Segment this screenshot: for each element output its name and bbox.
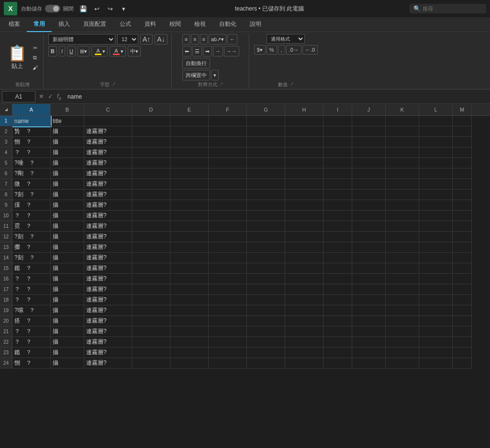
cell-1-D[interactable]	[132, 116, 170, 126]
cell-21-G[interactable]	[247, 326, 285, 337]
cell-7-A[interactable]: 微 ？	[12, 179, 51, 190]
formula-input[interactable]	[65, 92, 488, 101]
col-header-b[interactable]: B	[51, 104, 84, 115]
row-header-21[interactable]: 21	[0, 326, 12, 337]
row-header-2[interactable]: 2	[0, 126, 12, 137]
border-button[interactable]: ⊞▾	[78, 46, 89, 56]
cell-7-G[interactable]	[247, 179, 285, 190]
cell-11-G[interactable]	[247, 221, 285, 232]
cell-6-J[interactable]	[352, 168, 386, 179]
percent-button[interactable]: %	[267, 45, 277, 55]
cell-8-L[interactable]	[419, 190, 453, 200]
cell-18-B[interactable]: 攝	[51, 295, 84, 305]
cell-16-H[interactable]	[285, 274, 323, 284]
col-header-d[interactable]: D	[132, 104, 170, 115]
cell-14-L[interactable]	[419, 253, 453, 263]
cell-12-K[interactable]	[386, 232, 419, 242]
cell-14-J[interactable]	[352, 253, 386, 263]
cell-5-L[interactable]	[419, 158, 453, 168]
cell-9-G[interactable]	[247, 200, 285, 211]
cell-4-G[interactable]	[247, 147, 285, 158]
cell-20-J[interactable]	[352, 316, 386, 326]
cell-14-F[interactable]	[209, 253, 247, 263]
tab-file[interactable]: 檔案	[2, 17, 27, 32]
cell-19-D[interactable]	[132, 305, 170, 316]
cell-4-D[interactable]	[132, 147, 170, 158]
cell-13-A[interactable]: 擲 ？	[12, 242, 51, 253]
cell-11-B[interactable]: 攝	[51, 221, 84, 232]
row-header-7[interactable]: 7	[0, 179, 12, 190]
cell-3-E[interactable]	[170, 137, 209, 147]
cell-11-K[interactable]	[386, 221, 419, 232]
cell-18-J[interactable]	[352, 295, 386, 305]
cell-9-E[interactable]	[170, 200, 209, 211]
cell-12-H[interactable]	[285, 232, 323, 242]
cell-2-K[interactable]	[386, 126, 419, 137]
cell-15-L[interactable]	[419, 263, 453, 274]
cell-7-I[interactable]	[323, 179, 352, 190]
cell-23-A[interactable]: 鑑 ？	[12, 347, 51, 358]
underline-button[interactable]: U	[67, 46, 76, 56]
cell-22-L[interactable]	[419, 337, 453, 347]
cell-7-J[interactable]	[352, 179, 386, 190]
cell-24-J[interactable]	[352, 358, 386, 369]
cell-16-D[interactable]	[132, 274, 170, 284]
cell-9-L[interactable]	[419, 200, 453, 211]
cell-11-C[interactable]: 連霧層?	[84, 221, 132, 232]
cell-6-B[interactable]: 攝	[51, 168, 84, 179]
cell-2-L[interactable]	[419, 126, 453, 137]
cell-18-I[interactable]	[323, 295, 352, 305]
cell-1-I[interactable]	[323, 116, 352, 126]
row-header-1[interactable]: 1	[0, 116, 12, 126]
cell-3-M[interactable]	[453, 137, 472, 147]
cell-12-C[interactable]: 連霧層?	[84, 232, 132, 242]
cell-11-J[interactable]	[352, 221, 386, 232]
cell-22-K[interactable]	[386, 337, 419, 347]
cell-22-M[interactable]	[453, 337, 472, 347]
cell-21-B[interactable]: 攝	[51, 326, 84, 337]
cell-12-M[interactable]	[453, 232, 472, 242]
row-header-22[interactable]: 22	[0, 337, 12, 347]
cell-14-B[interactable]: 攝	[51, 253, 84, 263]
font-grow-button[interactable]: A↑	[140, 34, 153, 45]
cell-20-M[interactable]	[453, 316, 472, 326]
cell-10-K[interactable]	[386, 211, 419, 221]
cell-5-J[interactable]	[352, 158, 386, 168]
cell-4-C[interactable]: 連霧層?	[84, 147, 132, 158]
cell-9-F[interactable]	[209, 200, 247, 211]
cell-8-F[interactable]	[209, 190, 247, 200]
cell-17-F[interactable]	[209, 284, 247, 295]
align-top-center-button[interactable]: ≡	[191, 34, 199, 45]
tab-data[interactable]: 資料	[138, 17, 163, 32]
cell-23-G[interactable]	[247, 347, 285, 358]
cell-24-L[interactable]	[419, 358, 453, 369]
col-header-i[interactable]: I	[323, 104, 352, 115]
cell-15-J[interactable]	[352, 263, 386, 274]
row-header-24[interactable]: 24	[0, 358, 12, 369]
cell-2-J[interactable]	[352, 126, 386, 137]
cell-1-B[interactable]: title	[51, 116, 84, 126]
cell-2-F[interactable]	[209, 126, 247, 137]
col-header-a[interactable]: A	[12, 104, 51, 115]
save-icon[interactable]: 💾	[78, 3, 89, 14]
cell-22-C[interactable]: 連霧層?	[84, 337, 132, 347]
cell-2-A[interactable]: 贄 ？	[12, 126, 51, 137]
cell-24-A[interactable]: 惻 ？	[12, 358, 51, 369]
cell-23-F[interactable]	[209, 347, 247, 358]
row-header-19[interactable]: 19	[0, 305, 12, 316]
cell-5-C[interactable]: 連霧層?	[84, 158, 132, 168]
cell-19-I[interactable]	[323, 305, 352, 316]
cell-12-J[interactable]	[352, 232, 386, 242]
cell-3-F[interactable]	[209, 137, 247, 147]
cell-19-G[interactable]	[247, 305, 285, 316]
cell-9-K[interactable]	[386, 200, 419, 211]
autosave-toggle[interactable]	[45, 5, 60, 12]
cell-11-D[interactable]	[132, 221, 170, 232]
col-header-k[interactable]: K	[386, 104, 419, 115]
cell-8-D[interactable]	[132, 190, 170, 200]
cell-18-K[interactable]	[386, 295, 419, 305]
cell-5-D[interactable]	[132, 158, 170, 168]
row-header-14[interactable]: 14	[0, 253, 12, 263]
cell-2-C[interactable]: 連霧層?	[84, 126, 132, 137]
align-top-left-button[interactable]: ≡	[182, 34, 190, 45]
